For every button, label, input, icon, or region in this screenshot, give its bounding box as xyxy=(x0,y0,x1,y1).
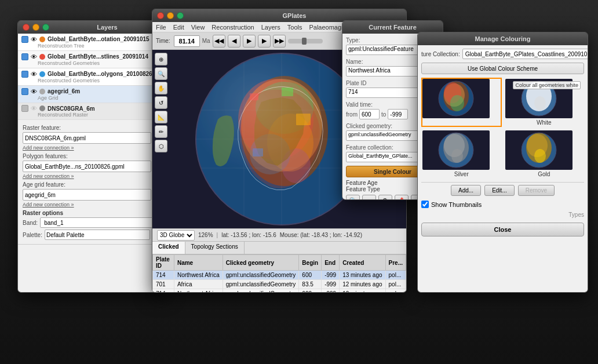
query-icon-btn[interactable]: 🔍 xyxy=(346,195,360,200)
eye-icon: 👁 xyxy=(31,36,37,43)
rotate-btn[interactable]: ↺ xyxy=(155,96,167,109)
col-plate-id: Plate ID xyxy=(153,255,174,271)
layer-checkbox[interactable] xyxy=(21,53,28,60)
menu-edit[interactable]: Edit xyxy=(173,24,184,31)
col-created: Created xyxy=(340,255,385,271)
topology-btn[interactable]: ⬡ xyxy=(155,140,167,152)
cell-end: -999 xyxy=(322,289,340,293)
cell-geometry: gpml:unclassifiedGeometry xyxy=(223,271,299,280)
pointer-tool-btn[interactable]: ⊕ xyxy=(155,53,167,65)
mini-globe-4 xyxy=(505,130,573,170)
coordinates-label: lat: -13.56 ; lon: -15.6 xyxy=(221,232,276,238)
colouring-action-btns: Add... Edit... Remove xyxy=(421,185,584,196)
polygon-features-label: Polygon features: xyxy=(23,153,162,159)
raster-feature-input[interactable] xyxy=(23,132,151,144)
gplates-minimize[interactable] xyxy=(167,12,174,19)
layer-color xyxy=(39,89,45,94)
edit-feature-btn[interactable]: ✏ xyxy=(362,195,376,200)
mouse-coords: Mouse: (lat: -18.43 ; lon: -14.92) xyxy=(280,232,362,238)
thumbnail-label-silver: Silver xyxy=(422,171,501,177)
cell-created: 13 minutes ago xyxy=(340,271,385,280)
svg-point-33 xyxy=(534,96,546,110)
add-connection-1[interactable]: Add new connection » xyxy=(23,145,162,151)
mini-globe-1 xyxy=(422,79,490,118)
thumbnail-item-2[interactable]: Colour all geometries white White xyxy=(504,78,585,127)
table-row[interactable]: 714 Northwest Africa gpml:unclassifiedGe… xyxy=(153,271,406,280)
minimize-traffic-light[interactable] xyxy=(32,24,39,31)
close-traffic-light[interactable] xyxy=(23,24,30,31)
digitize-btn[interactable]: ✏ xyxy=(155,125,167,138)
time-input[interactable] xyxy=(174,35,200,47)
layer-name: agegrid_6m xyxy=(48,88,156,94)
col-begin: Begin xyxy=(299,255,322,271)
table-row[interactable]: 714 Northwest Africa gpml:unclassifiedGe… xyxy=(153,289,406,293)
add-connection-3[interactable]: Add new connection » xyxy=(23,202,162,208)
traffic-lights xyxy=(23,24,49,31)
polygon-features-input[interactable] xyxy=(23,161,151,172)
menu-layers[interactable]: Layers xyxy=(261,24,280,31)
thumbnail-item-1[interactable] xyxy=(421,78,502,127)
globe-side-toolbar: ⊕ 🔍 ✋ ↺ 📐 ✏ ⬡ xyxy=(155,53,167,152)
layer-checkbox[interactable] xyxy=(21,88,28,95)
step-forward-btn[interactable]: ▶ xyxy=(258,35,271,48)
gplates-maximize[interactable] xyxy=(177,12,184,19)
table-row[interactable]: 701 Africa gpml:unclassifiedGeometry 83.… xyxy=(153,280,406,289)
add-colouring-btn[interactable]: Add... xyxy=(451,185,481,196)
step-back-btn[interactable]: ◀ xyxy=(228,35,240,48)
list-item[interactable]: 👁 agegrid_6m ▶ Age Grid xyxy=(18,86,166,103)
maximize-traffic-light[interactable] xyxy=(42,24,49,31)
thumbnail-item-3[interactable]: Silver xyxy=(421,129,502,179)
time-slider[interactable] xyxy=(288,39,323,43)
layer-checkbox[interactable] xyxy=(21,36,28,43)
gplates-close[interactable] xyxy=(157,12,164,19)
list-item[interactable]: 👁 DNSC08GRA_6m ▼ Reconstructed Raster xyxy=(18,103,166,120)
layer-name: DNSC08GRA_6m xyxy=(48,105,154,112)
pan-btn[interactable]: ✋ xyxy=(155,82,167,94)
gplates-statusbar: 3D Globe 126% | lat: -13.56 ; lon: -15.6… xyxy=(152,228,406,241)
add-connection-2[interactable]: Add new connection » xyxy=(23,173,162,179)
tab-clicked[interactable]: Clicked xyxy=(152,242,185,254)
measure-btn[interactable]: 📐 xyxy=(155,111,167,123)
menu-view[interactable]: View xyxy=(191,24,205,31)
age-grid-label: Age grid feature: xyxy=(23,181,162,188)
list-item[interactable]: 👁 Global_EarthByte...olygons_20100826 ▶ … xyxy=(18,68,166,86)
rewind-btn[interactable]: ◀◀ xyxy=(213,35,225,48)
layer-type: Reconstructed Geometries xyxy=(21,60,163,66)
svg-point-39 xyxy=(451,149,463,163)
gplates-title: GPlates xyxy=(187,12,402,19)
use-global-btn[interactable]: Use Global Colour Scheme xyxy=(421,63,584,74)
list-item[interactable]: 👁 Global_EarthByte...otation_20091015 ▶ … xyxy=(18,34,166,51)
valid-to-input[interactable] xyxy=(388,109,408,119)
menu-reconstruction[interactable]: Reconstruction xyxy=(212,24,254,31)
edit-colouring-btn[interactable]: Edit... xyxy=(484,185,515,196)
play-btn[interactable]: ▶ xyxy=(243,35,256,48)
cell-geometry: gpml:unclassifiedGeometry xyxy=(223,289,299,293)
zoom-btn[interactable]: 🔍 xyxy=(155,67,167,80)
close-colouring-btn[interactable]: Close xyxy=(421,223,584,236)
cell-pre: pol... xyxy=(385,280,406,289)
show-thumbnails-checkbox[interactable] xyxy=(421,201,429,208)
delete-feature-btn[interactable]: 🗑 xyxy=(378,195,392,200)
age-grid-input[interactable] xyxy=(23,189,151,201)
view-mode-select[interactable]: 3D Globe xyxy=(157,230,195,241)
layer-checkbox[interactable] xyxy=(21,105,28,112)
palette-input[interactable] xyxy=(45,230,150,240)
ma-label: Ma xyxy=(202,38,210,44)
cell-plate-id: 714 xyxy=(153,271,174,280)
thumbnail-item-4[interactable]: Gold xyxy=(504,129,585,179)
layer-name: Global_EarthByte...stlines_20091014 xyxy=(48,53,156,60)
remove-colouring-btn[interactable]: Remove xyxy=(518,185,555,196)
valid-from-input[interactable] xyxy=(359,109,380,119)
layer-checkbox[interactable] xyxy=(21,71,28,78)
eye-icon: 👁 xyxy=(31,53,37,60)
from-label: from xyxy=(346,111,358,118)
tab-topology[interactable]: Topology Sections xyxy=(185,242,245,254)
fast-forward-btn[interactable]: ▶▶ xyxy=(273,35,286,48)
list-item[interactable]: 👁 Global_EarthByte...stlines_20091014 ▶ … xyxy=(18,51,166,68)
menu-tools[interactable]: Tools xyxy=(287,24,302,31)
layer-name: Global_EarthByte...otation_20091015 xyxy=(48,36,156,42)
export-feature-btn[interactable]: 📤 xyxy=(395,195,409,200)
fc-select[interactable]: Global_EarthByte_GPlates_Coastlines_2009… xyxy=(462,49,588,59)
menu-file[interactable]: File xyxy=(156,24,166,31)
band-select[interactable]: band_1 xyxy=(40,217,162,228)
